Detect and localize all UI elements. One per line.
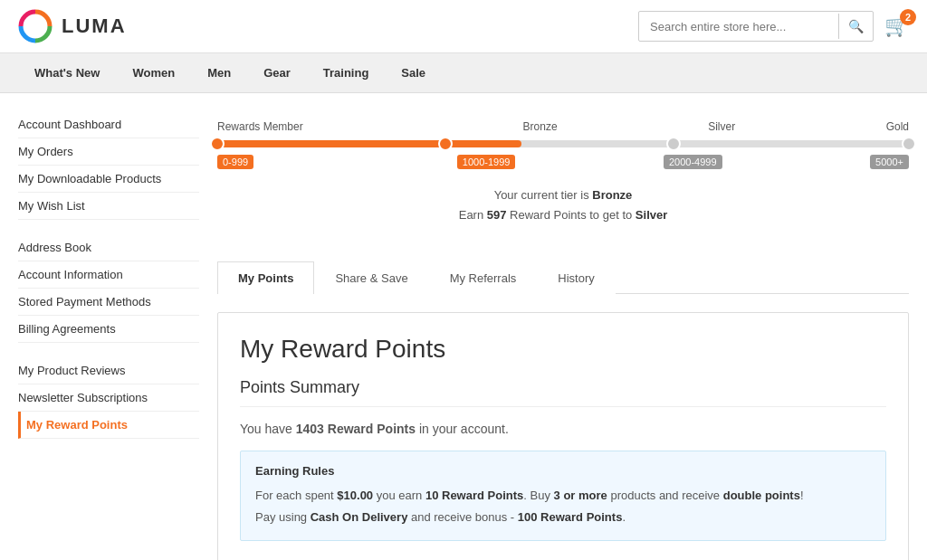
points-value: 1403 Reward Points bbox=[296, 422, 416, 436]
sidebar-item-reviews[interactable]: My Product Reviews bbox=[18, 357, 199, 384]
tier-dot-bronze bbox=[438, 137, 453, 151]
content-subtitle: Points Summary bbox=[240, 378, 886, 407]
earning-rule-1: For each spent $10.00 you earn 10 Reward… bbox=[255, 485, 871, 506]
tier-dot-member bbox=[210, 137, 225, 151]
page-container: Account Dashboard My Orders My Downloada… bbox=[0, 93, 927, 560]
sidebar-group-1: Account Dashboard My Orders My Downloada… bbox=[18, 111, 199, 220]
next-tier-line: Earn 597 Reward Points to get to Silver bbox=[217, 205, 909, 225]
rewards-bar: Rewards Member Bronze Silver Gold 0-999 … bbox=[217, 111, 909, 243]
tier-label-bronze: Bronze bbox=[523, 120, 558, 133]
logo-text: LUMA bbox=[62, 14, 127, 38]
earning-rules-box: Earning Rules For each spent $10.00 you … bbox=[240, 451, 886, 541]
sidebar-item-account-info[interactable]: Account Information bbox=[18, 261, 199, 289]
main-nav: What's New Women Men Gear Training Sale bbox=[0, 53, 927, 93]
content-title: My Reward Points bbox=[240, 335, 886, 364]
logo-area[interactable]: LUMA bbox=[18, 9, 127, 43]
points-suffix: in your account. bbox=[416, 422, 509, 436]
sidebar-item-downloads[interactable]: My Downloadable Products bbox=[18, 166, 199, 193]
sidebar-item-newsletter[interactable]: Newsletter Subscriptions bbox=[18, 384, 199, 412]
points-prefix: You have bbox=[240, 422, 296, 436]
nav-sale[interactable]: Sale bbox=[385, 53, 442, 92]
sidebar-group-3: My Product Reviews Newsletter Subscripti… bbox=[18, 357, 199, 439]
nav-whats-new[interactable]: What's New bbox=[18, 53, 116, 92]
earning-rules-text: For each spent $10.00 you earn 10 Reward… bbox=[255, 485, 871, 527]
header-right: 🔍 🛒 2 bbox=[638, 11, 909, 42]
nav-men[interactable]: Men bbox=[191, 53, 247, 92]
nav-gear[interactable]: Gear bbox=[247, 53, 307, 92]
tabs: My Points Share & Save My Referrals Hist… bbox=[217, 261, 909, 294]
earning-rules-title: Earning Rules bbox=[255, 464, 871, 478]
range-badge-member: 0-999 bbox=[217, 155, 253, 169]
tab-share-save[interactable]: Share & Save bbox=[314, 261, 428, 294]
site-header: LUMA 🔍 🛒 2 bbox=[0, 0, 927, 53]
tab-my-points[interactable]: My Points bbox=[217, 261, 314, 294]
current-tier-line: Your current tier is Bronze bbox=[217, 185, 909, 205]
range-badge-bronze: 1000-1999 bbox=[457, 155, 516, 169]
sidebar-item-payment-methods[interactable]: Stored Payment Methods bbox=[18, 289, 199, 316]
cart-area[interactable]: 🛒 2 bbox=[884, 14, 909, 38]
sidebar-item-address-book[interactable]: Address Book bbox=[18, 234, 199, 261]
tier-label-silver: Silver bbox=[708, 120, 735, 133]
cart-badge: 2 bbox=[900, 9, 916, 25]
search-bar: 🔍 bbox=[638, 11, 874, 42]
tier-label-gold: Gold bbox=[886, 120, 909, 133]
progress-track bbox=[217, 140, 909, 147]
sidebar-item-dashboard[interactable]: Account Dashboard bbox=[18, 111, 199, 138]
sidebar-item-reward-points[interactable]: My Reward Points bbox=[18, 412, 199, 439]
sidebar: Account Dashboard My Orders My Downloada… bbox=[18, 111, 199, 560]
points-summary-text: You have 1403 Reward Points in your acco… bbox=[240, 422, 886, 436]
sidebar-item-orders[interactable]: My Orders bbox=[18, 138, 199, 166]
tier-labels: Rewards Member Bronze Silver Gold bbox=[217, 120, 909, 133]
nav-women[interactable]: Women bbox=[116, 53, 191, 92]
sidebar-item-wishlist[interactable]: My Wish List bbox=[18, 193, 199, 220]
sidebar-group-2: Address Book Account Information Stored … bbox=[18, 234, 199, 343]
tier-label-member: Rewards Member bbox=[217, 120, 303, 133]
earning-rule-2: Pay using Cash On Delivery and receive b… bbox=[255, 507, 871, 527]
range-badge-silver: 2000-4999 bbox=[664, 155, 722, 169]
tier-dot-gold bbox=[902, 137, 916, 151]
main-content: Rewards Member Bronze Silver Gold 0-999 … bbox=[217, 111, 909, 560]
tier-dot-silver bbox=[666, 137, 681, 151]
search-input[interactable] bbox=[639, 14, 838, 39]
tab-my-referrals[interactable]: My Referrals bbox=[429, 261, 538, 294]
tier-range-labels: 0-999 1000-1999 2000-4999 5000+ bbox=[217, 155, 909, 169]
sidebar-item-billing[interactable]: Billing Agreements bbox=[18, 316, 199, 343]
progress-fill bbox=[217, 140, 521, 147]
luma-logo-icon bbox=[18, 9, 53, 43]
content-panel: My Reward Points Points Summary You have… bbox=[217, 312, 909, 560]
nav-training[interactable]: Training bbox=[307, 53, 386, 92]
tab-history[interactable]: History bbox=[537, 261, 615, 294]
search-button[interactable]: 🔍 bbox=[838, 14, 873, 39]
tier-info: Your current tier is Bronze Earn 597 Rew… bbox=[217, 185, 909, 225]
range-badge-gold: 5000+ bbox=[870, 155, 909, 169]
